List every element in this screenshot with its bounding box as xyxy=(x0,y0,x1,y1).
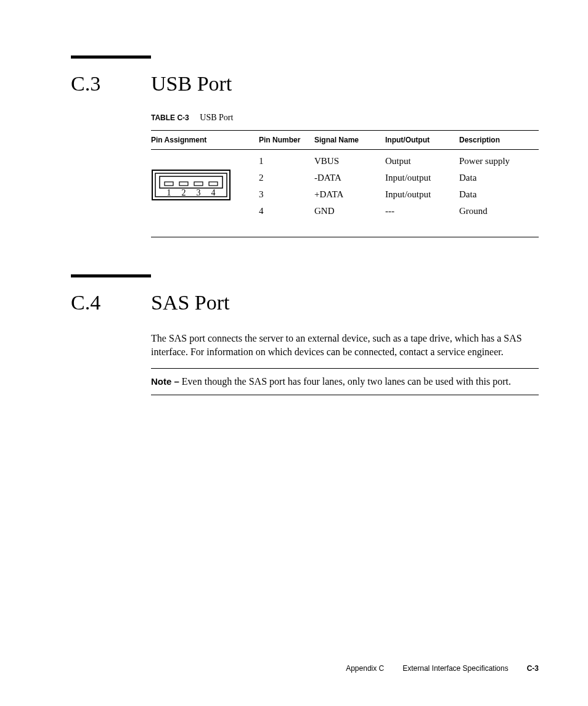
cell-desc: Data xyxy=(459,186,539,203)
svg-rect-6 xyxy=(209,182,218,186)
cell-io: Input/output xyxy=(385,170,459,186)
section-number: C.4 xyxy=(71,291,151,314)
col-pin-assignment: Pin Assignment xyxy=(151,131,259,150)
section-title: USB Port xyxy=(151,72,232,96)
col-description: Description xyxy=(459,131,539,150)
cell-pin-number: 1 xyxy=(259,150,314,170)
cell-desc: Ground xyxy=(459,203,539,220)
cell-signal: GND xyxy=(314,203,385,220)
cell-signal: +DATA xyxy=(314,186,385,203)
table-title: USB Port xyxy=(200,113,233,122)
svg-rect-3 xyxy=(165,182,173,186)
table-row: 1 2 3 4 1 VBUS Output Power supply xyxy=(151,150,539,170)
cell-desc: Power supply xyxy=(459,150,539,170)
footer-appendix: Appendix C xyxy=(346,664,384,673)
cell-signal: VBUS xyxy=(314,150,385,170)
body-paragraph: The SAS port connects the server to an e… xyxy=(151,332,539,358)
pin-assignment-diagram-cell: 1 2 3 4 xyxy=(151,150,259,220)
col-signal-name: Signal Name xyxy=(314,131,385,150)
svg-rect-0 xyxy=(152,170,230,200)
cell-io: Input/output xyxy=(385,186,459,203)
section-heading-sas: C.4 SAS Port xyxy=(71,291,539,314)
cell-pin-number: 2 xyxy=(259,170,314,186)
cell-io: Output xyxy=(385,150,459,170)
section-rule xyxy=(71,274,151,277)
note-text: Even though the SAS port has four lanes,… xyxy=(179,376,511,387)
col-pin-number: Pin Number xyxy=(259,131,314,150)
page-number: C-3 xyxy=(527,664,539,673)
section-heading-usb: C.3 USB Port xyxy=(71,72,539,96)
col-input-output: Input/Output xyxy=(385,131,459,150)
cell-desc: Data xyxy=(459,170,539,186)
svg-text:4: 4 xyxy=(211,188,216,197)
svg-text:1: 1 xyxy=(167,188,171,197)
page-footer: Appendix C External Interface Specificat… xyxy=(346,664,539,673)
usb-connector-icon: 1 2 3 4 xyxy=(151,169,231,201)
usb-port-table: Pin Assignment Pin Number Signal Name In… xyxy=(151,130,539,220)
table-label: TABLE C-3 xyxy=(151,113,189,122)
svg-text:2: 2 xyxy=(182,188,186,197)
footer-title: External Interface Specifications xyxy=(402,664,508,673)
cell-pin-number: 3 xyxy=(259,186,314,203)
note-block: Note – Even though the SAS port has four… xyxy=(151,368,539,395)
table-header-row: Pin Assignment Pin Number Signal Name In… xyxy=(151,131,539,150)
table-caption: TABLE C-3 USB Port xyxy=(151,113,539,123)
note-label: Note – xyxy=(151,376,179,387)
cell-io: --- xyxy=(385,203,459,220)
cell-pin-number: 4 xyxy=(259,203,314,220)
section-rule xyxy=(71,55,151,59)
cell-signal: -DATA xyxy=(314,170,385,186)
section-number: C.3 xyxy=(71,72,151,96)
svg-rect-5 xyxy=(194,182,203,186)
section-title: SAS Port xyxy=(151,291,230,314)
svg-text:3: 3 xyxy=(197,188,201,197)
svg-rect-4 xyxy=(179,182,188,186)
